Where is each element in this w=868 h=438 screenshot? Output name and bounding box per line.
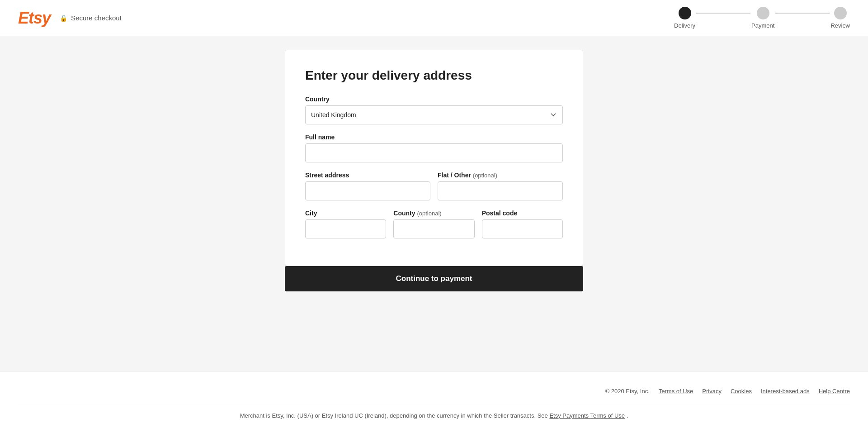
step-label-payment: Payment	[751, 22, 774, 29]
street-address-input[interactable]	[305, 181, 430, 200]
footer: © 2020 Etsy, Inc. Terms of Use Privacy C…	[0, 371, 868, 438]
header-left: Etsy 🔒 Secure checkout	[18, 9, 122, 28]
step-label-review: Review	[830, 22, 850, 29]
address-row: Street address Flat / Other (optional)	[305, 171, 563, 209]
footer-etsy-payments-link[interactable]: Etsy Payments Terms of Use	[549, 412, 625, 419]
step-connector-2	[775, 13, 830, 14]
page-title: Enter your delivery address	[305, 68, 563, 83]
step-label-delivery: Delivery	[674, 22, 695, 29]
footer-cookies-link[interactable]: Cookies	[731, 388, 752, 395]
step-delivery: Delivery	[674, 7, 695, 29]
postal-code-label: Postal code	[482, 209, 563, 217]
city-label: City	[305, 209, 386, 217]
lock-icon: 🔒	[60, 14, 67, 22]
footer-interest-ads-link[interactable]: Interest-based ads	[761, 388, 810, 395]
street-address-label: Street address	[305, 171, 430, 179]
city-input[interactable]	[305, 219, 386, 238]
footer-privacy-link[interactable]: Privacy	[702, 388, 722, 395]
footer-terms-link[interactable]: Terms of Use	[659, 388, 693, 395]
country-select[interactable]: United Kingdom United States Canada Aust…	[305, 105, 563, 124]
street-address-group: Street address	[305, 171, 430, 200]
full-name-label: Full name	[305, 133, 563, 141]
step-payment: Payment	[751, 7, 774, 29]
step-dot-review	[834, 7, 847, 19]
footer-help-centre-link[interactable]: Help Centre	[819, 388, 850, 395]
secure-checkout-label: Secure checkout	[71, 14, 122, 22]
county-label: County (optional)	[393, 209, 474, 217]
progress-steps: Delivery Payment Review	[674, 7, 850, 29]
form-card: Enter your delivery address Country Unit…	[285, 50, 583, 266]
flat-label: Flat / Other (optional)	[438, 171, 563, 179]
country-group: Country United Kingdom United States Can…	[305, 95, 563, 124]
footer-merchant-text: Merchant is Etsy, Inc. (USA) or Etsy Ire…	[18, 411, 850, 420]
continue-to-payment-button[interactable]: Continue to payment	[285, 266, 583, 291]
county-input[interactable]	[393, 219, 474, 238]
city-county-postal-row: City County (optional) Postal code	[305, 209, 563, 248]
full-name-input[interactable]	[305, 143, 563, 162]
postal-code-group: Postal code	[482, 209, 563, 238]
step-connector-1	[696, 13, 750, 14]
header: Etsy 🔒 Secure checkout Delivery Payment …	[0, 0, 868, 36]
content-area: Enter your delivery address Country Unit…	[0, 36, 868, 344]
county-optional: (optional)	[417, 210, 441, 217]
country-label: Country	[305, 95, 563, 103]
county-group: County (optional)	[393, 209, 474, 238]
step-dot-delivery	[679, 7, 691, 19]
flat-input[interactable]	[438, 181, 563, 200]
full-name-group: Full name	[305, 133, 563, 162]
flat-optional: (optional)	[473, 172, 497, 179]
footer-links-row: © 2020 Etsy, Inc. Terms of Use Privacy C…	[18, 381, 850, 402]
main-content: Enter your delivery address Country Unit…	[276, 36, 592, 266]
postal-code-input[interactable]	[482, 219, 563, 238]
flat-group: Flat / Other (optional)	[438, 171, 563, 200]
footer-copyright: © 2020 Etsy, Inc.	[605, 388, 650, 395]
step-dot-payment	[757, 7, 769, 19]
city-group: City	[305, 209, 386, 238]
button-wrapper: Continue to payment	[276, 266, 592, 291]
step-review: Review	[830, 7, 850, 29]
etsy-logo[interactable]: Etsy	[18, 9, 51, 28]
secure-checkout: 🔒 Secure checkout	[60, 14, 122, 22]
footer-merchant-text-row: Merchant is Etsy, Inc. (USA) or Etsy Ire…	[18, 402, 850, 429]
